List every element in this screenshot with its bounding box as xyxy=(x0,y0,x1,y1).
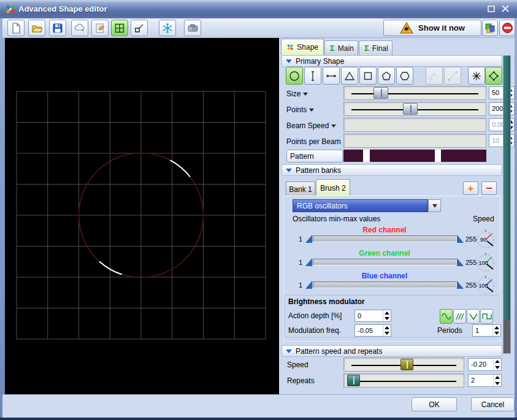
save-button[interactable] xyxy=(49,20,66,36)
new-document-button[interactable] xyxy=(7,20,25,36)
new-document-icon xyxy=(10,23,21,34)
dropdown-arrow-button[interactable] xyxy=(428,199,441,212)
primary-shape-header[interactable]: Primary Shape xyxy=(281,55,502,67)
layers-button[interactable] xyxy=(482,20,498,36)
mod-freq-spinner[interactable]: -0.05 xyxy=(354,324,391,337)
maximize-button[interactable] xyxy=(486,4,497,15)
green-speed-knob[interactable]: 100 xyxy=(474,251,497,275)
mod-freq-value: -0.05 xyxy=(355,325,383,336)
pattern-banks-title: Pattern banks xyxy=(296,166,341,175)
preview-grid xyxy=(17,91,266,339)
spin-up-icon[interactable] xyxy=(385,326,389,329)
freeze-button[interactable] xyxy=(159,20,176,36)
speed-slider-thumb[interactable] xyxy=(400,359,413,370)
title-bar[interactable]: Advanced Shape editor xyxy=(0,0,517,18)
tab-final-label: Final xyxy=(372,44,388,53)
snapshot-button[interactable] xyxy=(184,20,201,36)
circle-highlight-top xyxy=(170,160,190,177)
spin-down-icon[interactable] xyxy=(385,332,389,335)
label-dropdown-caret xyxy=(303,93,308,96)
open-button[interactable] xyxy=(28,20,45,36)
laser-preview-canvas[interactable] xyxy=(5,38,279,394)
red-speed-knob[interactable]: 90 xyxy=(474,228,497,251)
paste-button[interactable] xyxy=(91,20,109,36)
pattern-preview-strip[interactable] xyxy=(343,150,486,162)
shape-vertical-line-button[interactable] xyxy=(304,67,321,85)
shape-pentagon-button[interactable] xyxy=(378,67,395,85)
points-label[interactable]: Points xyxy=(286,102,314,116)
shape-triangle-button[interactable] xyxy=(341,67,358,85)
shape-hexagon-button[interactable] xyxy=(396,67,413,85)
scrollbar-thumb[interactable] xyxy=(504,56,510,319)
points-slider-thumb[interactable] xyxy=(403,103,418,115)
spin-up-icon[interactable] xyxy=(495,376,500,379)
speed-value-spinner[interactable]: -0.20 xyxy=(468,358,502,371)
point-line-icon xyxy=(134,23,145,34)
waveform-square-button[interactable] xyxy=(480,309,493,324)
spin-up-icon[interactable] xyxy=(494,326,499,329)
speed-value: -0.20 xyxy=(469,359,493,370)
shape-square-button[interactable] xyxy=(359,67,377,85)
action-depth-spinner[interactable]: 0 xyxy=(354,310,391,322)
add-bank-button[interactable]: + xyxy=(463,181,478,195)
tab-shape[interactable]: Shape xyxy=(281,39,324,55)
blue-speed-knob[interactable]: 100 xyxy=(474,274,497,297)
stop-output-button[interactable] xyxy=(499,20,515,36)
green-speed-value: 100 xyxy=(474,260,492,266)
red-channel-track[interactable] xyxy=(313,235,457,242)
pattern-button[interactable]: Pattern xyxy=(286,150,343,162)
remove-bank-button[interactable]: − xyxy=(481,181,497,195)
shape-circle-button[interactable] xyxy=(286,67,303,85)
ok-button[interactable]: OK xyxy=(412,397,457,411)
star-mode-button[interactable] xyxy=(468,67,485,85)
size-slider[interactable] xyxy=(343,86,486,100)
green-channel-track[interactable] xyxy=(313,259,457,265)
action-depth-label: Action depth [%] xyxy=(288,311,342,320)
grid-toggle-button[interactable] xyxy=(111,20,128,36)
pattern-speed-slider[interactable] xyxy=(343,357,464,372)
spin-down-icon[interactable] xyxy=(495,382,500,385)
chevron-down-icon xyxy=(432,204,437,208)
spin-down-icon[interactable] xyxy=(494,332,499,335)
beam-speed-label[interactable]: Beam Speed xyxy=(286,118,336,132)
blue-channel-track[interactable] xyxy=(313,281,457,288)
close-button[interactable] xyxy=(499,4,511,15)
dotted-diagonal-line-icon xyxy=(446,70,459,82)
spin-down-icon[interactable] xyxy=(495,366,500,369)
spin-down-icon[interactable] xyxy=(385,317,389,320)
waveform-sine-button[interactable] xyxy=(440,309,453,324)
repeats-slider[interactable] xyxy=(343,373,464,388)
red-channel-label: Red channel xyxy=(312,226,457,234)
pattern-banks-header[interactable]: Pattern banks xyxy=(281,164,502,176)
spin-up-icon[interactable] xyxy=(495,360,500,363)
tab-final[interactable]: Σ Final xyxy=(359,40,393,55)
pattern-speed-header[interactable]: Pattern speed and repeats xyxy=(281,345,502,357)
collapse-arrow-icon xyxy=(286,349,292,353)
points-per-beam-label[interactable]: Points per Beam xyxy=(286,134,348,148)
waveform-triangle-button[interactable] xyxy=(467,309,480,324)
size-label[interactable]: Size xyxy=(286,86,308,101)
diamond-mode-button[interactable] xyxy=(485,67,502,85)
shape-horizontal-line-button[interactable] xyxy=(323,67,340,85)
brush2-tab[interactable]: Brush 2 xyxy=(316,179,350,196)
points-slider[interactable] xyxy=(343,102,486,116)
bank1-tab[interactable]: Bank 1 xyxy=(286,181,315,196)
cloud-button[interactable] xyxy=(71,20,88,36)
waveform-sawtooth-button[interactable] xyxy=(453,309,466,324)
show-it-now-button[interactable]: Show it now xyxy=(383,20,481,36)
cancel-button[interactable]: Cancel xyxy=(471,397,515,411)
horizontal-line-shape-icon xyxy=(325,70,337,82)
repeats-value-spinner[interactable]: 2 xyxy=(468,374,502,387)
point-edit-button[interactable] xyxy=(131,20,148,36)
stop-icon xyxy=(502,22,513,34)
layers-icon xyxy=(484,23,496,34)
repeats-slider-thumb[interactable] xyxy=(347,375,360,386)
vertical-line-shape-icon xyxy=(307,70,319,82)
spin-up-icon[interactable] xyxy=(385,311,389,315)
tab-main[interactable]: Σ Main xyxy=(324,40,358,55)
periods-spinner[interactable]: 1 xyxy=(472,324,501,337)
main-toolbar: Show it now xyxy=(2,18,515,38)
oscillator-mode-dropdown[interactable]: RGB oscillators xyxy=(293,199,428,212)
size-slider-thumb[interactable] xyxy=(373,87,388,99)
panel-scrollbar[interactable] xyxy=(503,55,511,354)
